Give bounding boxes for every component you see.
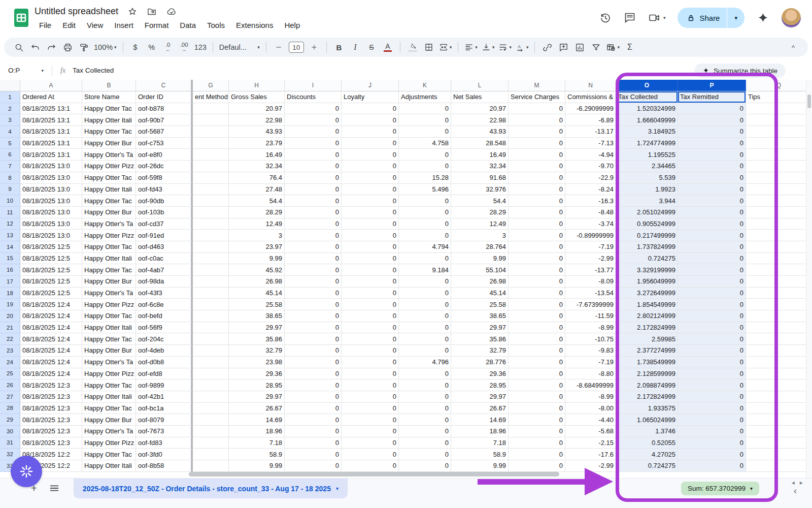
cell-P18[interactable]: 0	[678, 288, 746, 299]
column-header-K[interactable]: K	[399, 80, 451, 91]
column-header-M[interactable]: M	[509, 80, 565, 91]
vertical-scrollbar-thumb[interactable]	[807, 94, 811, 108]
cell-J13[interactable]: 0	[342, 230, 399, 241]
cell-J14[interactable]: 0	[342, 241, 399, 253]
cell-G6[interactable]	[193, 149, 229, 161]
cell-P26[interactable]: 0	[678, 379, 746, 391]
cell-O29[interactable]: 1.065024999	[616, 414, 678, 426]
cell-O10[interactable]: 3.944	[616, 195, 678, 207]
row-header-23[interactable]: 23	[0, 345, 20, 357]
row-header-4[interactable]: 4	[0, 126, 20, 138]
cell-H24[interactable]: 23.98	[229, 357, 285, 368]
cell-A26[interactable]: 08/18/2025 12:3	[20, 379, 82, 391]
row-header-11[interactable]: 11	[0, 207, 20, 218]
cell-H29[interactable]: 14.69	[229, 414, 285, 426]
column-header-Q[interactable]: Q	[746, 80, 812, 91]
row-header-10[interactable]: 10	[0, 195, 20, 207]
cell-N20[interactable]: -11.59	[565, 310, 616, 322]
cell-H3[interactable]: 22.98	[229, 114, 285, 126]
cell-P32[interactable]: 0	[678, 449, 746, 460]
cell-C3[interactable]: oof-90b7	[136, 114, 193, 126]
row-header-15[interactable]: 15	[0, 253, 20, 265]
cell-I33[interactable]: 0	[285, 460, 342, 472]
cell-J3[interactable]: 0	[342, 114, 399, 126]
cell-O32[interactable]: 4.27025	[616, 449, 678, 460]
cell-G9[interactable]	[193, 184, 229, 196]
cell-C1[interactable]: Order ID	[136, 91, 193, 103]
column-header-I[interactable]: I	[285, 80, 342, 91]
column-header-L[interactable]: L	[451, 80, 509, 91]
create-filter-icon[interactable]	[588, 40, 603, 54]
cell-K19[interactable]: 0	[399, 299, 451, 310]
cell-K17[interactable]: 0	[399, 276, 451, 288]
cell-N29[interactable]: -4.40	[565, 414, 616, 426]
bold-icon[interactable]: B	[331, 40, 347, 54]
cell-K21[interactable]: 0	[399, 322, 451, 334]
cell-B28[interactable]: Happy Otter Tac	[82, 403, 136, 415]
cell-Q11[interactable]: 0	[746, 207, 812, 218]
menu-item[interactable]: Format	[139, 19, 175, 31]
cell-G13[interactable]	[193, 230, 229, 241]
cell-N24[interactable]: -7.19	[565, 357, 616, 368]
share-button[interactable]: Share ▾	[678, 8, 745, 28]
cell-H9[interactable]: 27.48	[229, 184, 285, 196]
cell-I14[interactable]: 0	[285, 241, 342, 253]
cell-M20[interactable]: 0	[509, 310, 565, 322]
cell-O26[interactable]: 2.098874999	[616, 379, 678, 391]
cell-L15[interactable]: 9.99	[451, 253, 509, 265]
cell-A9[interactable]: 08/18/2025 13:0	[20, 184, 82, 196]
cell-H14[interactable]: 23.97	[229, 241, 285, 253]
cell-L27[interactable]: 29.97	[451, 391, 509, 403]
cell-C14[interactable]: oof-d463	[136, 241, 193, 253]
cell-J4[interactable]: 0	[342, 126, 399, 138]
cell-Q7[interactable]: 0	[746, 161, 812, 172]
cell-L7[interactable]: 32.34	[451, 161, 509, 172]
cell-O22[interactable]: 2.59985	[616, 333, 678, 345]
cell-L16[interactable]: 55.104	[451, 264, 509, 276]
cell-H20[interactable]: 38.65	[229, 310, 285, 322]
cell-O21[interactable]: 2.172824999	[616, 322, 678, 334]
cell-K31[interactable]: 0	[399, 437, 451, 449]
cell-G33[interactable]	[193, 460, 229, 472]
cell-N1[interactable]: Commissions &	[565, 91, 616, 103]
cell-P7[interactable]: 0	[678, 161, 746, 172]
cell-K20[interactable]: 0	[399, 310, 451, 322]
cell-Q18[interactable]: 0	[746, 288, 812, 299]
cell-K2[interactable]: 0	[399, 103, 451, 115]
cloud-status-icon[interactable]	[166, 7, 177, 17]
cell-J32[interactable]: 0	[342, 449, 399, 460]
cell-O6[interactable]: 1.195525	[616, 149, 678, 161]
row-header-25[interactable]: 25	[0, 368, 20, 380]
cell-H33[interactable]: 9.99	[229, 460, 285, 472]
cell-H6[interactable]: 16.49	[229, 149, 285, 161]
cell-I1[interactable]: Discounts	[285, 91, 342, 103]
cell-M1[interactable]: Service Charges	[509, 91, 565, 103]
cell-L20[interactable]: 38.65	[451, 310, 509, 322]
cell-M3[interactable]: 0	[509, 114, 565, 126]
cell-A2[interactable]: 08/18/2025 13:1	[20, 103, 82, 115]
cell-A31[interactable]: 08/18/2025 12:3	[20, 437, 82, 449]
cell-N4[interactable]: -13.17	[565, 126, 616, 138]
cell-M14[interactable]: 0	[509, 241, 565, 253]
row-header-19[interactable]: 19	[0, 299, 20, 310]
column-header-C[interactable]: C	[136, 80, 193, 91]
cell-A13[interactable]: 08/18/2025 13:0	[20, 230, 82, 241]
cell-A16[interactable]: 08/18/2025 12:5	[20, 264, 82, 276]
cell-O5[interactable]: 1.724774999	[616, 138, 678, 149]
cell-O23[interactable]: 2.377274999	[616, 345, 678, 357]
cell-B8[interactable]: Happy Otter Tac	[82, 172, 136, 184]
cell-P28[interactable]: 0	[678, 403, 746, 415]
cell-B33[interactable]: Happy Otter Itali	[82, 460, 136, 472]
cell-G28[interactable]	[193, 403, 229, 415]
cell-I13[interactable]: 0	[285, 230, 342, 241]
cell-I23[interactable]: 0	[285, 345, 342, 357]
cell-I18[interactable]: 0	[285, 288, 342, 299]
text-wrap-icon[interactable]: ▾	[497, 40, 513, 54]
strikethrough-icon[interactable]: S	[364, 40, 379, 54]
cell-C30[interactable]: oof-7673	[136, 426, 193, 437]
tab-scroll-left-icon[interactable]: ◀	[792, 481, 795, 485]
cell-M33[interactable]: 0	[509, 460, 565, 472]
cell-N7[interactable]: -9.70	[565, 161, 616, 172]
cell-H11[interactable]: 28.29	[229, 207, 285, 218]
cell-I32[interactable]: 0	[285, 449, 342, 460]
